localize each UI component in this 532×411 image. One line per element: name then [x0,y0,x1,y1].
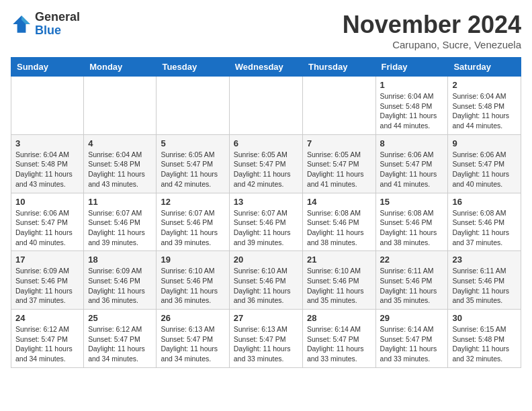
month-title: November 2024 [343,11,521,39]
day-number: 29 [380,313,444,323]
logo-icon [11,13,32,35]
day-number: 16 [452,197,517,207]
day-number: 6 [234,138,298,148]
day-info: Sunrise: 6:06 AM Sunset: 5:47 PM Dayligh… [380,150,444,189]
calendar-body: 1Sunrise: 6:04 AM Sunset: 5:48 PM Daylig… [11,77,521,368]
calendar-cell [302,77,375,135]
day-number: 28 [307,313,371,323]
day-info: Sunrise: 6:06 AM Sunset: 5:47 PM Dayligh… [15,208,79,248]
day-info: Sunrise: 6:10 AM Sunset: 5:46 PM Dayligh… [234,266,298,306]
day-number: 14 [307,197,371,207]
day-number: 13 [234,197,298,207]
logo-text: General Blue [35,11,80,38]
day-info: Sunrise: 6:11 AM Sunset: 5:46 PM Dayligh… [452,266,517,306]
day-info: Sunrise: 6:12 AM Sunset: 5:47 PM Dayligh… [15,324,79,364]
day-info: Sunrise: 6:05 AM Sunset: 5:47 PM Dayligh… [234,150,298,189]
day-info: Sunrise: 6:13 AM Sunset: 5:47 PM Dayligh… [161,324,224,364]
weekday-header: Sunday [11,58,84,77]
weekday-header: Saturday [448,58,521,77]
calendar-cell: 14Sunrise: 6:08 AM Sunset: 5:46 PM Dayli… [302,193,375,251]
day-number: 15 [380,197,444,207]
calendar-week-row: 3Sunrise: 6:04 AM Sunset: 5:48 PM Daylig… [11,134,521,193]
day-number: 22 [380,255,444,265]
calendar-cell [84,77,157,135]
calendar-cell: 23Sunrise: 6:11 AM Sunset: 5:46 PM Dayli… [448,251,521,310]
day-info: Sunrise: 6:14 AM Sunset: 5:47 PM Dayligh… [307,324,371,364]
day-number: 8 [380,138,444,148]
calendar-table: SundayMondayTuesdayWednesdayThursdayFrid… [11,57,521,368]
day-info: Sunrise: 6:05 AM Sunset: 5:47 PM Dayligh… [161,150,224,189]
calendar-cell: 15Sunrise: 6:08 AM Sunset: 5:46 PM Dayli… [375,193,448,251]
weekday-header: Monday [84,58,157,77]
calendar-cell: 3Sunrise: 6:04 AM Sunset: 5:48 PM Daylig… [11,134,84,193]
day-number: 21 [307,255,371,265]
calendar-cell: 20Sunrise: 6:10 AM Sunset: 5:46 PM Dayli… [229,251,302,310]
day-number: 5 [161,138,224,148]
calendar-cell: 12Sunrise: 6:07 AM Sunset: 5:46 PM Dayli… [157,193,229,251]
calendar-cell: 30Sunrise: 6:15 AM Sunset: 5:48 PM Dayli… [448,310,521,368]
calendar-cell: 6Sunrise: 6:05 AM Sunset: 5:47 PM Daylig… [229,134,302,193]
calendar-cell: 22Sunrise: 6:11 AM Sunset: 5:46 PM Dayli… [375,251,448,310]
day-info: Sunrise: 6:08 AM Sunset: 5:46 PM Dayligh… [452,208,517,248]
location: Carupano, Sucre, Venezuela [343,39,521,50]
day-number: 7 [307,138,371,148]
calendar-cell: 11Sunrise: 6:07 AM Sunset: 5:46 PM Dayli… [84,193,157,251]
day-number: 20 [234,255,298,265]
day-number: 4 [88,138,152,148]
day-number: 1 [380,80,444,90]
day-number: 3 [15,138,79,148]
calendar-cell: 9Sunrise: 6:06 AM Sunset: 5:47 PM Daylig… [448,134,521,193]
day-number: 24 [15,313,79,323]
calendar-cell: 29Sunrise: 6:14 AM Sunset: 5:47 PM Dayli… [375,310,448,368]
title-block: November 2024 Carupano, Sucre, Venezuela [343,11,521,50]
day-number: 2 [452,80,517,90]
day-info: Sunrise: 6:09 AM Sunset: 5:46 PM Dayligh… [88,266,152,306]
page-header: General Blue November 2024 Carupano, Suc… [11,11,521,50]
day-info: Sunrise: 6:14 AM Sunset: 5:47 PM Dayligh… [380,324,444,364]
day-number: 19 [161,255,224,265]
day-number: 18 [88,255,152,265]
day-number: 27 [234,313,298,323]
day-number: 23 [452,255,517,265]
calendar-cell: 13Sunrise: 6:07 AM Sunset: 5:46 PM Dayli… [229,193,302,251]
logo: General Blue [11,11,80,38]
calendar-cell: 7Sunrise: 6:05 AM Sunset: 5:47 PM Daylig… [302,134,375,193]
calendar-cell [157,77,229,135]
calendar-cell: 25Sunrise: 6:12 AM Sunset: 5:47 PM Dayli… [84,310,157,368]
day-number: 11 [88,197,152,207]
day-info: Sunrise: 6:04 AM Sunset: 5:48 PM Dayligh… [88,150,152,189]
calendar-cell: 27Sunrise: 6:13 AM Sunset: 5:47 PM Dayli… [229,310,302,368]
calendar-cell: 18Sunrise: 6:09 AM Sunset: 5:46 PM Dayli… [84,251,157,310]
day-info: Sunrise: 6:13 AM Sunset: 5:47 PM Dayligh… [234,324,298,364]
calendar-cell [11,77,84,135]
day-info: Sunrise: 6:06 AM Sunset: 5:47 PM Dayligh… [452,150,517,189]
day-info: Sunrise: 6:08 AM Sunset: 5:46 PM Dayligh… [380,208,444,248]
calendar-cell [229,77,302,135]
calendar-week-row: 10Sunrise: 6:06 AM Sunset: 5:47 PM Dayli… [11,193,521,251]
calendar-cell: 8Sunrise: 6:06 AM Sunset: 5:47 PM Daylig… [375,134,448,193]
calendar-cell: 1Sunrise: 6:04 AM Sunset: 5:48 PM Daylig… [375,77,448,135]
day-info: Sunrise: 6:05 AM Sunset: 5:47 PM Dayligh… [307,150,371,189]
day-number: 17 [15,255,79,265]
day-info: Sunrise: 6:07 AM Sunset: 5:46 PM Dayligh… [88,208,152,248]
calendar-cell: 26Sunrise: 6:13 AM Sunset: 5:47 PM Dayli… [157,310,229,368]
calendar-cell: 2Sunrise: 6:04 AM Sunset: 5:48 PM Daylig… [448,77,521,135]
weekday-header: Friday [375,58,448,77]
day-info: Sunrise: 6:07 AM Sunset: 5:46 PM Dayligh… [161,208,224,248]
day-info: Sunrise: 6:11 AM Sunset: 5:46 PM Dayligh… [380,266,444,306]
day-info: Sunrise: 6:10 AM Sunset: 5:46 PM Dayligh… [307,266,371,306]
calendar-cell: 21Sunrise: 6:10 AM Sunset: 5:46 PM Dayli… [302,251,375,310]
calendar-cell: 10Sunrise: 6:06 AM Sunset: 5:47 PM Dayli… [11,193,84,251]
day-info: Sunrise: 6:10 AM Sunset: 5:46 PM Dayligh… [161,266,224,306]
day-info: Sunrise: 6:04 AM Sunset: 5:48 PM Dayligh… [15,150,79,189]
calendar-cell: 24Sunrise: 6:12 AM Sunset: 5:47 PM Dayli… [11,310,84,368]
day-info: Sunrise: 6:04 AM Sunset: 5:48 PM Dayligh… [380,91,444,131]
day-number: 30 [452,313,517,323]
calendar-cell: 16Sunrise: 6:08 AM Sunset: 5:46 PM Dayli… [448,193,521,251]
calendar-week-row: 1Sunrise: 6:04 AM Sunset: 5:48 PM Daylig… [11,77,521,135]
calendar-header: SundayMondayTuesdayWednesdayThursdayFrid… [11,58,521,77]
day-number: 25 [88,313,152,323]
day-number: 10 [15,197,79,207]
day-info: Sunrise: 6:08 AM Sunset: 5:46 PM Dayligh… [307,208,371,248]
day-info: Sunrise: 6:15 AM Sunset: 5:48 PM Dayligh… [452,324,517,364]
